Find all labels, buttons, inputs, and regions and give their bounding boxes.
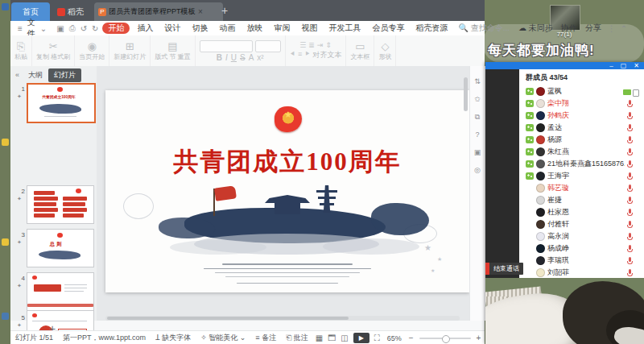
- tab-docer[interactable]: 稻壳: [52, 5, 89, 19]
- slide-thumbnail-3[interactable]: 总 则: [27, 229, 94, 267]
- numbering-icon[interactable]: ≣: [308, 41, 315, 49]
- menu-item-稻壳资源[interactable]: 稻壳资源: [410, 23, 453, 34]
- bold-button[interactable]: B: [217, 53, 222, 62]
- underline-button[interactable]: U: [231, 53, 237, 62]
- redo-icon[interactable]: ↻: [89, 24, 101, 33]
- animation-star-icon[interactable]: ✩: [473, 95, 482, 103]
- tab-document[interactable]: P 团员共青团团章程PPT模板.pptx ×: [94, 2, 223, 21]
- collab-button[interactable]: 协作: [557, 23, 581, 34]
- bullets-icon[interactable]: ☰: [299, 41, 306, 49]
- video-thumbnails-strip[interactable]: [485, 69, 519, 278]
- menu-item-设计[interactable]: 设计: [159, 23, 186, 34]
- minimize-icon[interactable]: –: [609, 64, 613, 68]
- editing-canvas[interactable]: ★ 共青团成立100周年: [97, 66, 469, 321]
- tab-slides[interactable]: 幻灯片: [48, 68, 81, 82]
- member-row[interactable]: 21地科秦燕鑫15165876...: [519, 158, 644, 170]
- properties-icon[interactable]: ⇅: [473, 77, 482, 85]
- align-right-icon[interactable]: ⯈: [304, 50, 310, 60]
- vertical-scroll-thumb[interactable]: [464, 77, 468, 111]
- slideshow-play-button[interactable]: ▶: [353, 333, 369, 343]
- mic-muted-icon[interactable]: [627, 148, 633, 156]
- new-tab-button[interactable]: +: [221, 4, 228, 17]
- font-color-icon[interactable]: A: [249, 53, 254, 62]
- menu-item-插入[interactable]: 插入: [131, 23, 159, 34]
- collapse-panel-icon[interactable]: «: [10, 71, 23, 79]
- member-row[interactable]: 崔捷: [519, 194, 644, 206]
- member-row[interactable]: 李瑞琪: [519, 255, 644, 267]
- slide-title[interactable]: 共青团成立100周年: [105, 145, 469, 179]
- member-row[interactable]: 王海宇: [519, 170, 644, 182]
- member-row[interactable]: 杨源: [519, 134, 644, 146]
- mic-muted-icon[interactable]: [627, 197, 633, 205]
- desktop-icon[interactable]: [2, 313, 9, 320]
- member-row[interactable]: 杜家恩: [519, 206, 644, 218]
- slide-thumbnail-2[interactable]: [27, 185, 94, 224]
- menu-item-开发工具[interactable]: 开发工具: [323, 23, 366, 34]
- mic-muted-icon[interactable]: [627, 184, 633, 193]
- missing-font-warning[interactable]: Ʇ 缺失字体: [151, 333, 196, 343]
- reading-view-icon[interactable]: ◫: [338, 334, 350, 342]
- new-slide-button[interactable]: ⊞ 新建幻灯片: [109, 35, 151, 66]
- mic-muted-icon[interactable]: [627, 124, 633, 132]
- camera-speaker-icons[interactable]: [623, 88, 641, 96]
- shape-button[interactable]: ◇ 形状: [374, 35, 396, 66]
- font-name-select[interactable]: [200, 40, 253, 52]
- member-row[interactable]: 孟达: [519, 122, 644, 134]
- mic-muted-icon[interactable]: [627, 112, 633, 120]
- mic-muted-icon[interactable]: [627, 100, 633, 108]
- undo-icon[interactable]: ↺: [78, 24, 89, 33]
- font-size-select[interactable]: [255, 40, 281, 52]
- desktop-icon[interactable]: [2, 139, 9, 146]
- mic-muted-icon[interactable]: [627, 233, 633, 241]
- help-icon[interactable]: ?: [473, 131, 482, 139]
- menu-item-会员专享[interactable]: 会员专享: [366, 23, 410, 34]
- align-text-label[interactable]: 对齐文本: [312, 50, 341, 60]
- paste-button[interactable]: ⎘ 粘贴: [10, 35, 32, 66]
- normal-view-icon[interactable]: ▦: [313, 334, 325, 342]
- align-left-icon[interactable]: ⯇: [290, 50, 295, 60]
- more-icon[interactable]: ⋮: [605, 24, 618, 33]
- menu-item-审阅[interactable]: 审阅: [268, 23, 295, 34]
- horizontal-scroll-thumb[interactable]: [107, 317, 349, 320]
- mic-muted-icon[interactable]: [627, 136, 633, 144]
- textbox-button[interactable]: ▭ 文本框: [346, 35, 374, 66]
- menu-item-放映[interactable]: 放映: [241, 23, 268, 34]
- mic-muted-icon[interactable]: [627, 269, 633, 277]
- command-search[interactable]: 🔍 查找命令...: [453, 23, 514, 34]
- comments-button[interactable]: ⎗ 批注: [281, 333, 313, 343]
- copy-formatpainter-group[interactable]: ✂ 复制 格式刷: [32, 35, 75, 66]
- member-row[interactable]: 杨成峥: [519, 242, 644, 255]
- main-video-feed[interactable]: [485, 278, 644, 344]
- image-tool-icon[interactable]: ▣: [473, 148, 482, 156]
- notes-button[interactable]: ≡ 备注: [250, 333, 281, 343]
- layout-reset-group[interactable]: ▤ 版式 节 重置: [151, 35, 195, 66]
- maximize-icon[interactable]: ▢: [621, 64, 627, 68]
- mic-muted-icon[interactable]: [627, 257, 633, 265]
- menu-item-切换[interactable]: 切换: [186, 23, 213, 34]
- zoom-knob[interactable]: [442, 335, 450, 343]
- mic-muted-icon[interactable]: [627, 245, 633, 253]
- mic-muted-icon[interactable]: [627, 160, 633, 168]
- line-spacing-icon[interactable]: ⇕: [325, 41, 332, 49]
- superscript-icon[interactable]: x²: [257, 53, 263, 62]
- design-icon[interactable]: ⧉: [473, 113, 482, 122]
- member-row[interactable]: 高永润: [519, 230, 644, 242]
- desktop-icon[interactable]: [2, 238, 9, 246]
- align-center-icon[interactable]: ≡: [298, 50, 302, 60]
- print-icon[interactable]: ⎙: [67, 23, 78, 33]
- slide-1[interactable]: ★ 共青团成立100周年: [105, 90, 469, 292]
- member-row[interactable]: 栾中翔: [519, 97, 644, 110]
- beautify-button[interactable]: ✧ 智能美化 ⌄: [196, 333, 250, 343]
- mic-muted-icon[interactable]: [627, 221, 633, 229]
- mic-muted-icon[interactable]: [627, 172, 633, 180]
- close-icon[interactable]: ✕: [634, 64, 639, 68]
- sync-status[interactable]: ☁ 未同步: [514, 23, 557, 34]
- share-button[interactable]: 分享: [581, 23, 605, 34]
- tab-outline[interactable]: 大纲: [23, 68, 48, 82]
- indent-icon[interactable]: ⇥: [317, 41, 324, 49]
- desktop-icon[interactable]: [2, 3, 9, 10]
- tab-start[interactable]: 开始: [102, 23, 130, 34]
- member-row[interactable]: 付雅轩: [519, 218, 644, 230]
- strike-button[interactable]: S: [240, 53, 246, 62]
- member-row[interactable]: 朱红燕: [519, 146, 644, 158]
